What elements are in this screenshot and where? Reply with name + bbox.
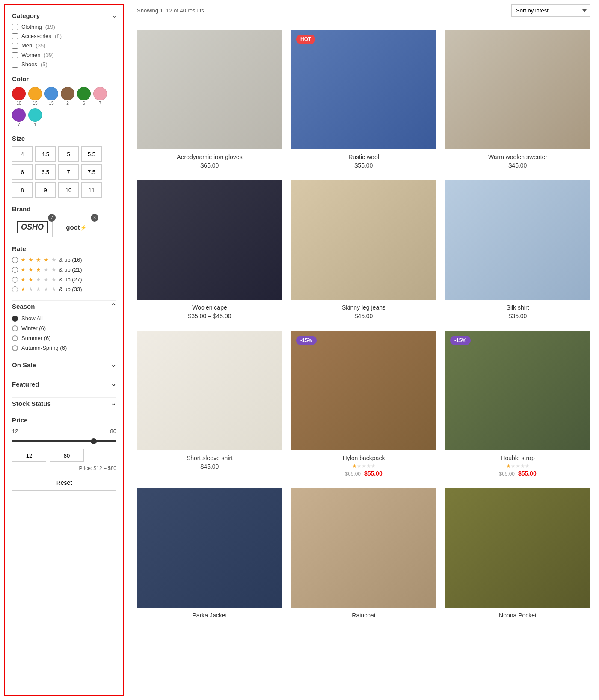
product-card[interactable]: Parka Jacket (137, 488, 282, 623)
product-card[interactable]: Skinny leg jeans $45.00 (291, 180, 436, 322)
price-range-slider[interactable] (12, 440, 116, 442)
product-image-wrap (137, 331, 282, 450)
category-item[interactable]: Accessories (8) (12, 33, 116, 39)
size-button[interactable]: 4 (12, 146, 33, 162)
rate-radio[interactable] (12, 267, 18, 273)
rate-item[interactable]: ★★★★★ & up (21) (12, 266, 116, 273)
rate-radio[interactable] (12, 257, 18, 263)
product-image-wrap (445, 180, 590, 300)
rate-item[interactable]: ★★★★★ & up (16) (12, 257, 116, 263)
color-swatch-wrap[interactable]: 10 (12, 87, 26, 106)
season-collapse-row[interactable]: Season ⌃ (12, 300, 116, 312)
category-name: Men (21, 42, 32, 49)
category-checkbox[interactable] (12, 43, 18, 49)
star-empty: ★ (371, 463, 376, 469)
season-item[interactable]: Show All (12, 315, 116, 322)
product-price: $35.00 (445, 313, 590, 319)
product-price-sale: $55.00 (518, 470, 537, 477)
color-count: 1 (34, 122, 36, 127)
category-item[interactable]: Shoes (5) (12, 61, 116, 68)
size-button[interactable]: 10 (58, 182, 79, 198)
size-label: Size (12, 135, 25, 142)
season-item[interactable]: Autumn-Spring (6) (12, 345, 116, 351)
color-swatch[interactable] (28, 108, 42, 122)
product-image-wrap (137, 488, 282, 608)
color-swatch-wrap[interactable]: 2 (61, 87, 74, 106)
color-swatch[interactable] (12, 87, 26, 100)
size-button[interactable]: 6.5 (35, 164, 56, 180)
product-card[interactable]: Silk shirt $35.00 (445, 180, 590, 322)
featured-collapse-row[interactable]: Featured ⌄ (12, 378, 116, 390)
price-range-wrap (12, 437, 116, 446)
season-item[interactable]: Winter (6) (12, 325, 116, 331)
star-empty: ★ (362, 463, 366, 469)
product-name: Parka Jacket (137, 612, 282, 619)
rate-label: Rate (12, 245, 26, 252)
stockstatus-collapse-row[interactable]: Stock Status ⌄ (12, 397, 116, 409)
product-info: Parka Jacket (137, 608, 282, 623)
rate-item[interactable]: ★★★★★ & up (33) (12, 286, 116, 292)
category-title: Category ⌄ (12, 12, 116, 19)
category-checkbox[interactable] (12, 62, 18, 68)
price-max-input[interactable] (50, 449, 84, 462)
color-swatch-wrap[interactable]: 15 (28, 87, 42, 106)
size-button[interactable]: 11 (81, 182, 102, 198)
rate-radio[interactable] (12, 277, 18, 283)
product-card[interactable]: HOT Rustic wool $55.00 (291, 30, 436, 171)
category-checkbox[interactable] (12, 24, 18, 30)
product-name: Raincoat (291, 612, 436, 619)
onsale-collapse-row[interactable]: On Sale ⌄ (12, 359, 116, 370)
product-card[interactable]: Aerodynamic iron gloves $65.00 (137, 30, 282, 171)
product-card[interactable]: -15% Houble strap ★★★★★ $65.00 $55.00 (445, 331, 590, 479)
category-item[interactable]: Clothing (19) (12, 24, 116, 30)
product-card[interactable]: Warm woolen sweater $45.00 (445, 30, 590, 171)
season-radio-dot (12, 316, 18, 322)
star-filled: ★ (28, 276, 33, 283)
size-button[interactable]: 7 (58, 164, 79, 180)
brand-logo: OSHO (17, 221, 48, 233)
rate-radio[interactable] (12, 286, 18, 292)
color-swatch-wrap[interactable]: 1 (28, 108, 42, 127)
size-button[interactable]: 4.5 (35, 146, 56, 162)
category-checkbox[interactable] (12, 33, 18, 39)
price-min-input[interactable] (12, 449, 46, 462)
size-button[interactable]: 5 (58, 146, 79, 162)
product-card[interactable]: -15% Hylon backpack ★★★★★ $65.00 $55.00 (291, 331, 436, 479)
color-swatch-wrap[interactable]: 7 (93, 87, 107, 106)
size-button[interactable]: 9 (35, 182, 56, 198)
rate-item[interactable]: ★★★★★ & up (27) (12, 276, 116, 283)
brand-item[interactable]: 3 goot⚡ (57, 217, 95, 237)
category-checkbox[interactable] (12, 52, 18, 58)
color-swatch-wrap[interactable]: 6 (77, 87, 91, 106)
product-image-wrap: HOT (291, 30, 436, 149)
product-price-old: $65.00 (499, 471, 515, 477)
color-swatch[interactable] (28, 87, 42, 100)
color-swatch[interactable] (77, 87, 91, 100)
size-button[interactable]: 6 (12, 164, 33, 180)
color-swatch-wrap[interactable]: 7 (12, 108, 26, 127)
product-price: $45.00 (291, 313, 436, 319)
star-empty: ★ (366, 463, 371, 469)
category-item[interactable]: Women (39) (12, 52, 116, 58)
season-item[interactable]: Summer (6) (12, 335, 116, 341)
color-swatch[interactable] (12, 108, 26, 122)
product-card[interactable]: Noona Pocket (445, 488, 590, 623)
color-swatch[interactable] (61, 87, 74, 100)
size-title: Size (12, 135, 116, 142)
color-swatch[interactable] (44, 87, 58, 100)
reset-button[interactable]: Reset (12, 475, 116, 491)
sort-select[interactable]: Sort by latestSort by price: low to high… (511, 4, 590, 17)
star-filled: ★ (28, 266, 33, 273)
product-image (445, 30, 590, 149)
product-card[interactable]: Woolen cape $35.00 – $45.00 (137, 180, 282, 322)
product-card[interactable]: Raincoat (291, 488, 436, 623)
product-card[interactable]: Short sleeve shirt $45.00 (137, 331, 282, 479)
size-button[interactable]: 5.5 (81, 146, 102, 162)
category-item[interactable]: Men (35) (12, 42, 116, 49)
color-swatch[interactable] (93, 87, 107, 100)
brand-item[interactable]: 7 OSHO (12, 217, 53, 237)
star-filled: ★ (21, 286, 26, 292)
size-button[interactable]: 8 (12, 182, 33, 198)
size-button[interactable]: 7.5 (81, 164, 102, 180)
color-swatch-wrap[interactable]: 15 (44, 87, 58, 106)
